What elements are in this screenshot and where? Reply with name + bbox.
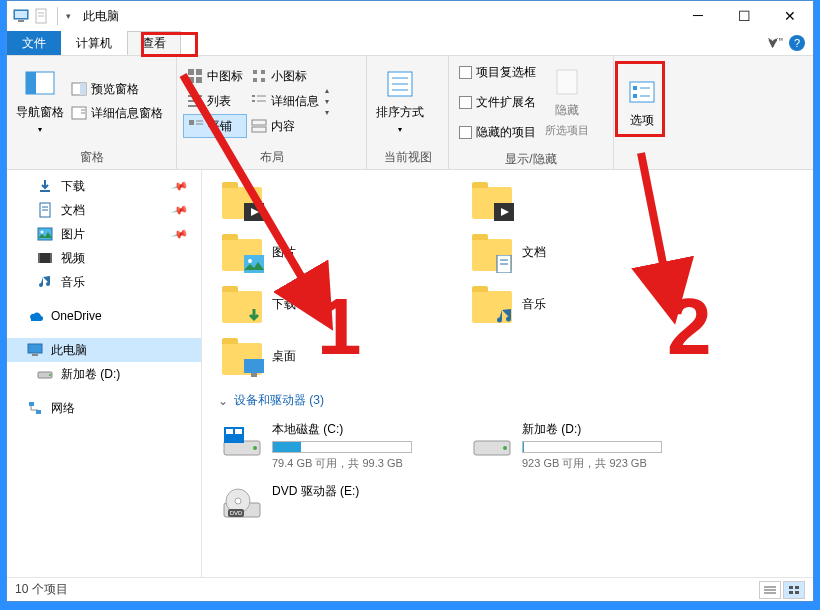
picture-icon <box>37 226 53 242</box>
nav-newvol[interactable]: 新加卷 (D:) <box>7 362 201 386</box>
nav-music[interactable]: 音乐 <box>7 270 201 294</box>
hidden-items[interactable]: 隐藏的项目 <box>455 120 540 144</box>
layout-list[interactable]: 列表 <box>183 89 247 113</box>
help-icon[interactable]: ? <box>789 35 805 51</box>
drive-usage-bar <box>522 441 662 453</box>
svg-rect-2 <box>18 20 24 22</box>
svg-rect-1 <box>15 11 27 18</box>
navigation-pane: 下载📌 文档📌 图片📌 视频 音乐 OneDrive 此电脑 新加卷 (D:) … <box>7 170 202 577</box>
layout-scroll-up[interactable]: ▴ <box>325 86 329 95</box>
tiles-icon <box>188 118 204 134</box>
drive-name: 本地磁盘 (C:) <box>272 421 412 438</box>
tab-computer[interactable]: 计算机 <box>61 31 127 55</box>
nav-pictures[interactable]: 图片📌 <box>7 222 201 246</box>
details-pane-button[interactable]: 详细信息窗格 <box>67 101 167 125</box>
preview-pane-icon <box>71 81 87 97</box>
drive-icon <box>37 366 53 382</box>
folder-documents[interactable]: 文档 <box>462 226 712 278</box>
tab-view[interactable]: 查看 <box>127 31 181 55</box>
folder-desktop[interactable]: 桌面 <box>212 330 462 382</box>
svg-rect-23 <box>253 70 257 74</box>
download-icon <box>37 178 53 194</box>
picture-overlay-icon <box>244 255 264 273</box>
svg-rect-84 <box>789 591 793 594</box>
svg-rect-56 <box>29 402 34 406</box>
view-details-button[interactable] <box>759 581 781 599</box>
pin-icon: 📌 <box>171 177 190 195</box>
hide-selected-button[interactable]: 隐藏 所选项目 <box>540 60 594 144</box>
svg-point-73 <box>503 446 507 450</box>
svg-text:DVD: DVD <box>230 510 243 516</box>
layout-details[interactable]: 详细信息 <box>247 89 323 113</box>
view-icons-button[interactable] <box>783 581 805 599</box>
main-view[interactable]: 图片 文档 下载 音乐 桌面 ⌄设备和驱动器 (3) 本地磁盘 (C:) 79.… <box>202 170 813 577</box>
nav-downloads[interactable]: 下载📌 <box>7 174 201 198</box>
svg-rect-41 <box>633 94 637 98</box>
folder-pictures[interactable]: 图片 <box>212 226 462 278</box>
svg-rect-38 <box>630 82 654 102</box>
layout-scroll-down[interactable]: ▾ <box>325 97 329 106</box>
sort-icon <box>384 68 416 100</box>
nav-documents[interactable]: 文档📌 <box>7 198 201 222</box>
onedrive-icon <box>27 308 43 324</box>
tab-file[interactable]: 文件 <box>7 31 61 55</box>
folder-item[interactable] <box>212 174 462 226</box>
nav-pane-icon <box>24 68 56 100</box>
svg-rect-57 <box>36 410 41 414</box>
nav-onedrive[interactable]: OneDrive <box>7 304 201 328</box>
nav-network[interactable]: 网络 <box>7 396 201 420</box>
svg-rect-51 <box>50 253 52 263</box>
nav-pane-button[interactable]: 导航窗格 ▾ <box>13 60 67 142</box>
svg-rect-16 <box>196 77 202 83</box>
maximize-button[interactable]: ☐ <box>721 1 767 31</box>
pc-icon <box>13 8 29 24</box>
nav-thispc[interactable]: 此电脑 <box>7 338 201 362</box>
folder-downloads[interactable]: 下载 <box>212 278 462 330</box>
svg-rect-7 <box>26 72 36 94</box>
svg-rect-85 <box>795 591 799 594</box>
drive-e[interactable]: DVD DVD 驱动器 (E:) <box>212 477 462 529</box>
desktop-overlay-icon <box>244 359 264 377</box>
svg-rect-71 <box>235 429 242 434</box>
svg-rect-15 <box>188 77 194 83</box>
doc-icon[interactable] <box>33 8 49 24</box>
sort-button[interactable]: 排序方式 ▾ <box>373 60 427 142</box>
file-extensions[interactable]: 文件扩展名 <box>455 90 540 114</box>
list-icon <box>187 93 203 109</box>
item-checkboxes[interactable]: 项目复选框 <box>455 60 540 84</box>
svg-rect-31 <box>252 120 266 125</box>
drive-c[interactable]: 本地磁盘 (C:) 79.4 GB 可用，共 99.3 GB <box>212 415 462 477</box>
svg-rect-65 <box>244 359 264 373</box>
drive-info: 923 GB 可用，共 923 GB <box>522 456 662 471</box>
svg-rect-50 <box>38 253 40 263</box>
checkbox-icon <box>459 126 472 139</box>
layout-more[interactable]: ▾ <box>325 108 329 117</box>
drive-name: DVD 驱动器 (E:) <box>272 483 359 500</box>
drive-d[interactable]: 新加卷 (D:) 923 GB 可用，共 923 GB <box>462 415 712 477</box>
small-grid-icon <box>251 68 267 84</box>
folder-music[interactable]: 音乐 <box>462 278 712 330</box>
group-devices[interactable]: ⌄设备和驱动器 (3) <box>212 382 803 415</box>
minimize-button[interactable]: ─ <box>675 1 721 31</box>
details-icon <box>251 93 267 109</box>
folder-icon <box>222 343 262 375</box>
preview-pane-button[interactable]: 预览窗格 <box>67 77 167 101</box>
svg-rect-32 <box>252 127 266 132</box>
options-button[interactable]: 选项 <box>620 60 664 145</box>
collapse-ribbon-icon[interactable]: ⮟" <box>767 36 783 50</box>
video-overlay-icon <box>244 203 264 221</box>
layout-content[interactable]: 内容 <box>247 114 323 138</box>
svg-point-61 <box>248 259 252 263</box>
nav-videos[interactable]: 视频 <box>7 246 201 270</box>
layout-tiles[interactable]: 平铺 <box>183 114 247 138</box>
layout-medium[interactable]: 中图标 <box>183 64 247 88</box>
qat-dropdown[interactable]: ▾ <box>66 11 71 21</box>
folder-item[interactable] <box>462 174 712 226</box>
details-pane-icon <box>71 105 87 121</box>
ribbon-tabs: 文件 计算机 查看 ⮟" ? <box>7 31 813 55</box>
folder-icon <box>222 291 262 323</box>
svg-point-76 <box>235 498 241 504</box>
close-button[interactable]: ✕ <box>767 1 813 31</box>
drive-usage-bar <box>272 441 412 453</box>
layout-small[interactable]: 小图标 <box>247 64 323 88</box>
